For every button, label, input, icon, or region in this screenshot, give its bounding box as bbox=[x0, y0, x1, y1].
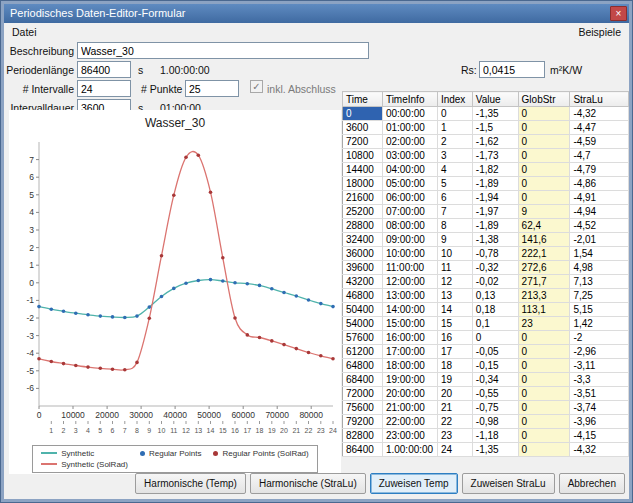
cell-index[interactable]: 23 bbox=[437, 429, 472, 443]
cell-stralu[interactable]: -3,96 bbox=[570, 415, 629, 429]
cell-timeinfo[interactable]: 07:00:00 bbox=[382, 205, 437, 219]
cell-timeinfo[interactable]: 02:00:00 bbox=[382, 135, 437, 149]
cell-stralu[interactable]: -4,59 bbox=[570, 135, 629, 149]
cell-timeinfo[interactable]: 20:00:00 bbox=[382, 387, 437, 401]
cell-globstr[interactable]: 9 bbox=[518, 205, 570, 219]
cell-stralu[interactable]: -4,7 bbox=[570, 149, 629, 163]
table-row[interactable]: 2880008:00:008-1,8962,4-4,52 bbox=[343, 219, 629, 233]
cell-time[interactable]: 61200 bbox=[343, 345, 383, 359]
cell-timeinfo[interactable]: 01:00:00 bbox=[382, 121, 437, 135]
table-row[interactable]: 360001:00:001-1,50-4,47 bbox=[343, 121, 629, 135]
cell-index[interactable]: 9 bbox=[437, 233, 472, 247]
cell-index[interactable]: 18 bbox=[437, 359, 472, 373]
cell-time[interactable]: 3600 bbox=[343, 121, 383, 135]
cell-value[interactable]: -1,18 bbox=[472, 429, 518, 443]
cell-timeinfo[interactable]: 00:00:00 bbox=[382, 107, 437, 121]
table-row[interactable]: 7560021:00:0021-0,750-3,74 bbox=[343, 401, 629, 415]
cell-time[interactable]: 21600 bbox=[343, 191, 383, 205]
cell-timeinfo[interactable]: 22:00:00 bbox=[382, 415, 437, 429]
cell-index[interactable]: 10 bbox=[437, 247, 472, 261]
cell-index[interactable]: 3 bbox=[437, 149, 472, 163]
cell-globstr[interactable]: 141,6 bbox=[518, 233, 570, 247]
cell-stralu[interactable]: -4,32 bbox=[570, 107, 629, 121]
cell-index[interactable]: 22 bbox=[437, 415, 472, 429]
cell-stralu[interactable]: -4,94 bbox=[570, 205, 629, 219]
table-row[interactable]: 1080003:00:003-1,730-4,7 bbox=[343, 149, 629, 163]
cell-stralu[interactable]: -4,15 bbox=[570, 429, 629, 443]
beschreibung-input[interactable] bbox=[77, 42, 369, 59]
cell-globstr[interactable]: 0 bbox=[518, 191, 570, 205]
cell-time[interactable]: 50400 bbox=[343, 303, 383, 317]
cell-timeinfo[interactable]: 12:00:00 bbox=[382, 275, 437, 289]
cell-time[interactable]: 79200 bbox=[343, 415, 383, 429]
cell-globstr[interactable]: 0 bbox=[518, 149, 570, 163]
close-button[interactable]: × bbox=[610, 6, 627, 21]
cell-index[interactable]: 12 bbox=[437, 275, 472, 289]
cell-timeinfo[interactable]: 1.00:00:00 bbox=[382, 443, 437, 457]
intervalle-input[interactable] bbox=[77, 80, 131, 97]
cell-globstr[interactable]: 0 bbox=[518, 331, 570, 345]
cell-timeinfo[interactable]: 05:00:00 bbox=[382, 177, 437, 191]
cell-index[interactable]: 13 bbox=[437, 289, 472, 303]
cell-value[interactable]: -1,62 bbox=[472, 135, 518, 149]
table-row[interactable]: 8280023:00:0023-1,180-4,15 bbox=[343, 429, 629, 443]
cell-globstr[interactable]: 0 bbox=[518, 415, 570, 429]
cell-value[interactable]: -1,82 bbox=[472, 163, 518, 177]
cell-stralu[interactable]: -2,96 bbox=[570, 345, 629, 359]
cell-time[interactable]: 14400 bbox=[343, 163, 383, 177]
cell-timeinfo[interactable]: 16:00:00 bbox=[382, 331, 437, 345]
menu-beispiele[interactable]: Beispiele bbox=[572, 23, 627, 41]
column-header-value[interactable]: Value bbox=[472, 92, 518, 107]
table-row[interactable]: 3600010:00:0010-0,78222,11,54 bbox=[343, 247, 629, 261]
cell-stralu[interactable]: -2,01 bbox=[570, 233, 629, 247]
cell-timeinfo[interactable]: 13:00:00 bbox=[382, 289, 437, 303]
column-header-stralu[interactable]: StraLu bbox=[570, 92, 629, 107]
cell-index[interactable]: 2 bbox=[437, 135, 472, 149]
cell-stralu[interactable]: 7,25 bbox=[570, 289, 629, 303]
cell-time[interactable]: 57600 bbox=[343, 331, 383, 345]
table-row[interactable]: 6840019:00:0019-0,340-3,3 bbox=[343, 373, 629, 387]
cell-index[interactable]: 15 bbox=[437, 317, 472, 331]
cell-index[interactable]: 20 bbox=[437, 387, 472, 401]
cell-globstr[interactable]: 0 bbox=[518, 429, 570, 443]
table-row[interactable]: 6480018:00:0018-0,150-3,11 bbox=[343, 359, 629, 373]
cell-stralu[interactable]: 4,98 bbox=[570, 261, 629, 275]
cell-timeinfo[interactable]: 19:00:00 bbox=[382, 373, 437, 387]
cell-time[interactable]: 75600 bbox=[343, 401, 383, 415]
cell-value[interactable]: 0,1 bbox=[472, 317, 518, 331]
cell-index[interactable]: 19 bbox=[437, 373, 472, 387]
cell-timeinfo[interactable]: 21:00:00 bbox=[382, 401, 437, 415]
cell-stralu[interactable]: 1,42 bbox=[570, 317, 629, 331]
cell-index[interactable]: 4 bbox=[437, 163, 472, 177]
table-row[interactable]: 5400015:00:00150,1231,42 bbox=[343, 317, 629, 331]
cell-time[interactable]: 64800 bbox=[343, 359, 383, 373]
table-row[interactable]: 2160006:00:006-1,940-4,91 bbox=[343, 191, 629, 205]
cell-time[interactable]: 82800 bbox=[343, 429, 383, 443]
harmonische-temp-button[interactable]: Harmonische (Temp) bbox=[135, 473, 246, 494]
table-row[interactable]: 2520007:00:007-1,979-4,94 bbox=[343, 205, 629, 219]
cell-globstr[interactable]: 222,1 bbox=[518, 247, 570, 261]
cell-time[interactable]: 54000 bbox=[343, 317, 383, 331]
cell-index[interactable]: 1 bbox=[437, 121, 472, 135]
cell-value[interactable]: -0,78 bbox=[472, 247, 518, 261]
zuweisen-stralu-button[interactable]: Zuweisen StraLu bbox=[462, 473, 555, 494]
cell-index[interactable]: 7 bbox=[437, 205, 472, 219]
cell-stralu[interactable]: -3,3 bbox=[570, 373, 629, 387]
column-header-globstr[interactable]: GlobStr bbox=[518, 92, 570, 107]
cell-stralu[interactable]: -4,79 bbox=[570, 163, 629, 177]
cell-globstr[interactable]: 0 bbox=[518, 163, 570, 177]
cell-timeinfo[interactable]: 03:00:00 bbox=[382, 149, 437, 163]
cell-timeinfo[interactable]: 10:00:00 bbox=[382, 247, 437, 261]
column-header-time[interactable]: Time bbox=[343, 92, 383, 107]
table-row[interactable]: 3240009:00:009-1,38141,6-2,01 bbox=[343, 233, 629, 247]
cell-value[interactable]: -1,89 bbox=[472, 219, 518, 233]
cell-stralu[interactable]: -4,32 bbox=[570, 443, 629, 457]
cell-time[interactable]: 0 bbox=[343, 107, 383, 121]
table-row[interactable]: 7920022:00:0022-0,980-3,96 bbox=[343, 415, 629, 429]
harmonische-stralu-button[interactable]: Harmonische (StraLu) bbox=[250, 473, 366, 494]
cell-timeinfo[interactable]: 18:00:00 bbox=[382, 359, 437, 373]
menu-datei[interactable]: Datei bbox=[6, 23, 43, 41]
column-header-timeinfo[interactable]: TimeInfo bbox=[382, 92, 437, 107]
cell-time[interactable]: 39600 bbox=[343, 261, 383, 275]
cell-globstr[interactable]: 0 bbox=[518, 135, 570, 149]
